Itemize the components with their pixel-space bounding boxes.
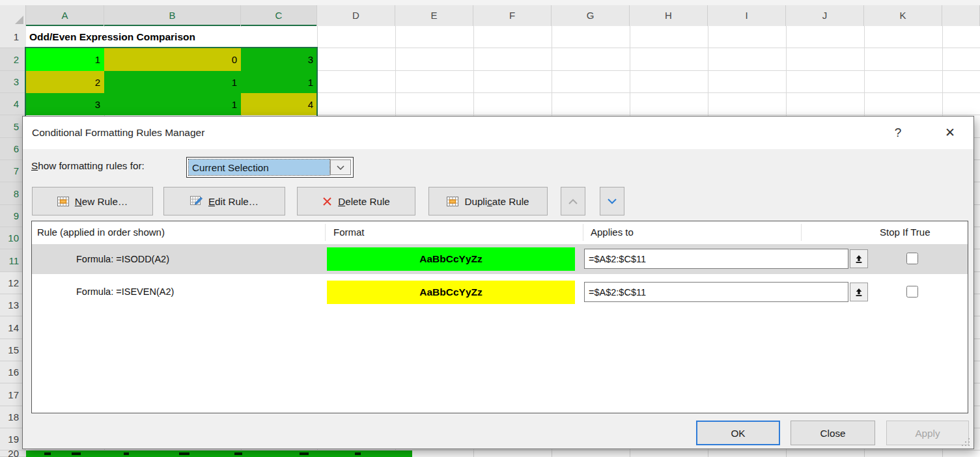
cell-c2[interactable]: 3 <box>241 48 317 71</box>
dialog-titlebar[interactable]: Conditional Formatting Rules Manager ? ✕ <box>23 117 973 149</box>
cell-c3[interactable]: 1 <box>241 71 317 93</box>
format-preview-chip[interactable]: AaBbCcYyZz <box>327 281 575 304</box>
cell-b4[interactable]: 1 <box>104 93 241 115</box>
applies-to-input[interactable] <box>584 282 848 302</box>
duplicate-rule-button[interactable]: Duplicate Rule <box>428 187 548 215</box>
rule-row-isodd[interactable]: Formula: =ISODD(A2) AaBbCcYyZz <box>32 244 968 274</box>
column-header-c[interactable]: C <box>241 5 317 26</box>
list-header-format: Format <box>333 221 365 243</box>
red-x-icon <box>322 197 332 206</box>
select-all-button[interactable] <box>0 5 26 26</box>
column-separator <box>801 224 802 241</box>
column-header-k[interactable]: K <box>864 5 942 26</box>
cf-rules-manager-dialog: Conditional Formatting Rules Manager ? ✕… <box>22 116 974 449</box>
ribbon-bottom-strip <box>0 0 980 5</box>
chevron-down-icon <box>337 165 344 170</box>
show-rules-combobox[interactable]: Current Selection <box>186 157 354 178</box>
list-header-stop-if-true: Stop If True <box>880 221 931 243</box>
cell-b2[interactable]: 0 <box>104 48 241 71</box>
new-rule-button[interactable]: New Rule… <box>32 187 153 215</box>
collapse-dialog-arrow-icon <box>854 288 863 297</box>
row-header-1[interactable]: 1 <box>0 26 26 48</box>
column-header-a[interactable]: A <box>26 5 104 26</box>
row-header-3[interactable]: 3 <box>0 71 26 93</box>
row-20-partial[interactable] <box>26 450 412 457</box>
edit-rule-label: Edit Rule… <box>208 196 259 207</box>
list-header-rule: Rule (applied in order shown) <box>37 221 165 243</box>
rules-list: Rule (applied in order shown) Format App… <box>31 221 968 413</box>
column-header-d[interactable]: D <box>317 5 395 26</box>
close-icon[interactable]: ✕ <box>937 117 963 149</box>
row-header-4[interactable]: 4 <box>0 93 26 115</box>
cell-a3[interactable]: 2 <box>26 71 104 93</box>
column-header-j[interactable]: J <box>786 5 864 26</box>
collapse-dialog-arrow-icon <box>854 255 863 264</box>
move-rule-up-button[interactable] <box>561 187 585 215</box>
column-header-h[interactable]: H <box>630 5 708 26</box>
combobox-dropdown-button[interactable] <box>330 159 351 175</box>
column-header-partial[interactable] <box>942 5 980 26</box>
edit-rule-button[interactable]: Edit Rule… <box>163 187 285 215</box>
list-header-applies-to: Applies to <box>591 221 634 243</box>
ok-button[interactable]: OK <box>696 421 780 445</box>
column-header-e[interactable]: E <box>395 5 473 26</box>
rule-formula-label: Formula: =ISODD(A2) <box>76 244 169 274</box>
cell-c4[interactable]: 4 <box>241 93 317 115</box>
applies-to-input[interactable] <box>584 249 848 269</box>
close-button[interactable]: Close <box>791 421 875 445</box>
dialog-title: Conditional Formatting Rules Manager <box>32 117 204 149</box>
edit-table-icon <box>190 196 203 206</box>
stop-if-true-checkbox[interactable] <box>906 286 918 298</box>
row-header-2[interactable]: 2 <box>0 48 26 71</box>
column-header-g[interactable]: G <box>552 5 630 26</box>
column-separator <box>583 224 583 241</box>
stop-if-true-checkbox[interactable] <box>906 253 918 264</box>
resize-grip[interactable] <box>962 438 970 446</box>
select-all-triangle-icon <box>15 16 23 24</box>
column-separator <box>325 224 326 241</box>
show-rules-label-accel: S <box>31 160 38 171</box>
excel-window: A B C D E F G H I J K 1 2 3 4 5 6 7 8 9 … <box>0 0 980 457</box>
move-rule-down-button[interactable] <box>600 187 624 215</box>
cell-a4[interactable]: 3 <box>26 93 104 115</box>
range-picker-button[interactable] <box>850 249 868 268</box>
cell-b3[interactable]: 1 <box>104 71 241 93</box>
chevron-up-icon <box>568 198 578 205</box>
row-header-20[interactable]: 20 <box>0 450 26 457</box>
help-button[interactable]: ? <box>885 117 911 149</box>
cell-a1-title[interactable]: Odd/Even Expression Comparison <box>27 27 316 48</box>
combobox-selected-value: Current Selection <box>189 159 329 175</box>
show-rules-label-rest: how formatting rules for: <box>38 160 145 171</box>
table-grid-icon <box>447 197 458 206</box>
new-rule-label: New Rule… <box>75 196 128 207</box>
chevron-down-icon <box>607 198 617 205</box>
column-header-i[interactable]: I <box>708 5 786 26</box>
rule-row-iseven[interactable]: Formula: =ISEVEN(A2) AaBbCcYyZz <box>32 277 968 307</box>
show-rules-label: Show formatting rules for: <box>31 156 145 176</box>
rule-formula-label: Formula: =ISEVEN(A2) <box>76 277 174 307</box>
delete-rule-button[interactable]: Delete Rule <box>297 187 415 215</box>
column-header-b[interactable]: B <box>104 5 241 26</box>
duplicate-rule-label: Duplicate Rule <box>464 196 529 207</box>
cell-a2[interactable]: 1 <box>26 48 104 71</box>
apply-button[interactable]: Apply <box>886 421 969 445</box>
delete-rule-label: Delete Rule <box>338 196 390 207</box>
format-preview-chip[interactable]: AaBbCcYyZz <box>327 247 575 271</box>
column-header-f[interactable]: F <box>473 5 552 26</box>
table-grid-icon <box>57 197 69 206</box>
range-picker-button[interactable] <box>850 283 868 301</box>
